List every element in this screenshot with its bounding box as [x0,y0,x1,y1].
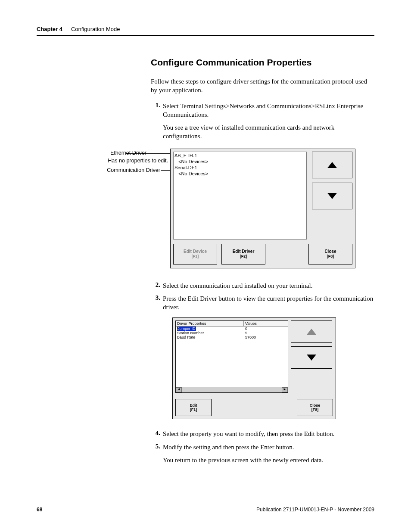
triangle-up-icon [327,162,337,168]
tree-item-serial[interactable]: Serial-DF1 [174,165,305,171]
callout-line [161,170,170,171]
grid-row[interactable]: Station Number 5 [176,331,288,335]
chapter-title: Configuration Mode [71,26,120,32]
step-2: 2. Select the communication card install… [151,281,374,290]
tree-panel: AB_ETH-1 <No Devices> Serial-DF1 <No Dev… [170,149,355,268]
publication-info: Publication 2711P-UM001J-EN-P - November… [256,507,374,513]
callout-noprops: Has no properties to edit. [82,157,168,165]
grid-row-selected[interactable]: Jumper ID 0 [176,327,288,331]
closing-para: You return to the previous screen with t… [163,456,374,464]
step-text: Select Terminal Settings>Networks and Co… [163,102,374,119]
step-text: Select the property you want to modify, … [163,429,374,438]
nav-down-button[interactable] [312,183,352,209]
triangle-down-icon [307,355,316,361]
figure-tree-panel: Ethernet Driver Has no properties to edi… [103,149,374,269]
scroll-right-icon[interactable]: ► [282,387,288,392]
page-footer: 68 Publication 2711P-UM001J-EN-P - Novem… [37,507,374,513]
horizontal-scrollbar[interactable]: ◄ ► [176,387,288,392]
nav-up-button [291,320,332,343]
tree-item-nodevices[interactable]: <No Devices> [174,171,305,177]
grid-header: Driver Properties Values [176,321,288,327]
close-button[interactable]: Close [F8] [297,399,333,416]
scroll-left-icon[interactable]: ◄ [176,387,182,392]
prop-value: 57600 [244,335,288,339]
step-text: Modify the setting and then press the En… [163,443,374,451]
step-num: 2. [151,281,160,289]
step-text: Press the Edit Driver button to view the… [163,294,374,312]
close-button[interactable]: Close [F8] [308,244,352,264]
step-num: 3. [151,294,160,302]
triangle-down-icon [327,193,337,199]
header-rule [37,35,374,36]
section-intro: Follow these steps to configure driver s… [151,77,374,95]
section-title: Configure Communication Properties [151,57,374,68]
callout-line [126,153,170,154]
figure-properties-panel: Driver Properties Values Jumper ID 0 Sta… [172,317,336,419]
prop-name: Station Number [176,331,244,335]
edit-driver-button[interactable]: Edit Driver [F2] [221,244,265,264]
edit-button[interactable]: Edit [F1] [175,399,212,416]
triangle-up-icon [307,329,316,335]
col-header-values: Values [244,321,288,326]
page-number: 68 [37,507,42,513]
step-num: 4. [151,429,160,437]
step-4: 4. Select the property you want to modif… [151,429,374,438]
tree-view[interactable]: AB_ETH-1 <No Devices> Serial-DF1 <No Dev… [173,152,307,240]
nav-down-button[interactable] [291,346,332,369]
step-1-follow: You see a tree view of installed communi… [163,123,374,141]
step-3: 3. Press the Edit Driver button to view … [151,294,374,312]
step-5: 5. Modify the setting and then press the… [151,443,374,451]
col-header-properties: Driver Properties [176,321,244,326]
prop-value: 0 [244,327,288,331]
prop-value: 5 [244,331,288,335]
properties-grid[interactable]: Driver Properties Values Jumper ID 0 Sta… [175,320,288,393]
prop-name: Baud Rate [176,335,244,339]
tree-item-nodevices[interactable]: <No Devices> [174,159,305,165]
edit-device-button: Edit Device [F1] [173,244,217,264]
callout-commdriver: Communication Driver [82,167,160,174]
nav-up-button[interactable] [312,152,352,178]
prop-name: Jumper ID [177,327,196,331]
page-header: Chapter 4 Configuration Mode [37,26,374,32]
step-num: 5. [151,443,160,450]
step-text: Select the communication card installed … [163,281,374,290]
chapter-label: Chapter 4 [37,26,62,32]
step-1: 1. Select Terminal Settings>Networks and… [151,102,374,119]
tree-item-ethernet[interactable]: AB_ETH-1 [174,152,305,159]
grid-row[interactable]: Baud Rate 57600 [176,335,288,339]
step-num: 1. [151,102,160,109]
